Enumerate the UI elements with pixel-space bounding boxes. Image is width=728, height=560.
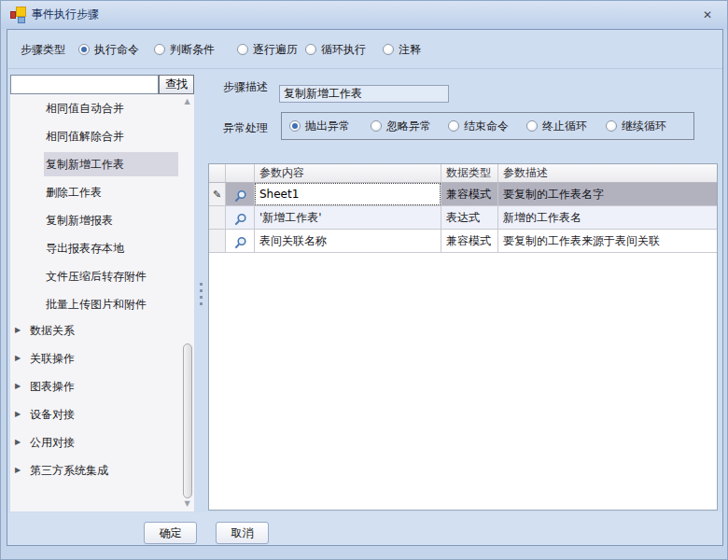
tree-group[interactable]: ▶ 公用对接 [10, 428, 194, 456]
lookup-button[interactable] [226, 183, 255, 206]
param-type-cell[interactable]: 兼容模式 [441, 230, 498, 253]
param-content-cell[interactable]: 表间关联名称 [255, 230, 441, 253]
tree-group[interactable]: ▶ 图表操作 [10, 372, 194, 400]
tree-item[interactable]: 相同值解除合并 [10, 122, 194, 150]
param-content-cell[interactable]: '新增工作表' [255, 206, 441, 230]
radio-judge-condition[interactable]: 判断条件 [154, 30, 215, 69]
grid-row[interactable]: 表间关联名称 兼容模式 要复制的工作表来源于表间关联 [209, 230, 717, 253]
event-step-dialog: 事件执行步骤 ✕ 步骤类型 执行命令 判断条件 逐行遍历 循环执行 注释 查找 [0, 0, 728, 560]
footer-bar: 确定 取消 [7, 512, 722, 545]
step-type-bar: 步骤类型 执行命令 判断条件 逐行遍历 循环执行 注释 [7, 30, 722, 69]
window-title: 事件执行步骤 [32, 1, 99, 28]
chevron-right-icon[interactable]: ▶ [15, 316, 21, 344]
step-desc-field[interactable] [279, 85, 449, 103]
chevron-right-icon[interactable]: ▶ [15, 372, 21, 400]
radio-throw-exception[interactable]: 抛出异常 [289, 113, 350, 139]
search-input[interactable] [10, 75, 159, 94]
radio-icon[interactable] [606, 120, 617, 132]
grid-row[interactable]: '新增工作表' 表达式 新增的工作表名 [209, 206, 717, 230]
tree-group[interactable]: ▶ 第三方系统集成 [10, 456, 194, 484]
magnifier-icon [233, 236, 247, 250]
param-desc-cell[interactable]: 要复制的工作表来源于表间关联 [498, 230, 717, 253]
title-bar: 事件执行步骤 ✕ [1, 1, 727, 29]
ok-button[interactable]: 确定 [144, 522, 197, 544]
radio-icon[interactable] [526, 120, 538, 132]
radio-row-traverse[interactable]: 逐行遍历 [237, 30, 298, 69]
radio-icon[interactable] [383, 44, 394, 55]
radio-end-command[interactable]: 结束命令 [448, 113, 509, 139]
param-desc-cell[interactable]: 新增的工作表名 [498, 206, 717, 230]
param-type-cell[interactable]: 兼容模式 [441, 183, 498, 206]
step-tree: 相同值自动合并 相同值解除合并 复制新增工作表 删除工作表 复制新增报表 导出报… [10, 94, 194, 511]
scroll-up-icon[interactable]: ▲ [181, 97, 193, 105]
tree-item[interactable]: 删除工作表 [10, 178, 194, 206]
param-content-editor[interactable] [255, 183, 441, 205]
tree-item-selected[interactable]: 复制新增工作表 [10, 150, 194, 178]
exception-group: 抛出异常 忽略异常 结束命令 终止循环 继续循环 [281, 112, 694, 140]
edit-pencil-icon: ✎ [213, 189, 221, 201]
col-header-desc[interactable]: 参数描述 [498, 164, 717, 182]
radio-stop-loop[interactable]: 终止循环 [526, 113, 587, 139]
param-type-cell[interactable]: 表达式 [441, 206, 498, 230]
radio-ignore-exception[interactable]: 忽略异常 [371, 113, 431, 139]
close-icon[interactable]: ✕ [699, 7, 716, 22]
tree-item[interactable]: 复制新增报表 [10, 206, 194, 234]
radio-loop-execute[interactable]: 循环执行 [305, 30, 366, 69]
radio-icon[interactable] [154, 44, 165, 55]
cancel-button[interactable]: 取消 [216, 522, 269, 544]
radio-icon[interactable] [289, 120, 301, 132]
tree-item[interactable]: 相同值自动合并 [10, 94, 194, 122]
tree-group[interactable]: ▶ 数据关系 [10, 316, 194, 344]
chevron-right-icon[interactable]: ▶ [15, 344, 21, 372]
tree-group[interactable]: ▶ 设备对接 [10, 400, 194, 428]
radio-continue-loop[interactable]: 继续循环 [606, 113, 666, 139]
chevron-right-icon[interactable]: ▶ [15, 428, 21, 456]
step-desc-label: 步骤描述 [223, 79, 268, 95]
tree-group[interactable]: ▶ 关联操作 [10, 344, 194, 372]
scrollbar-thumb[interactable] [183, 343, 192, 498]
tree-item[interactable]: 文件压缩后转存附件 [10, 262, 194, 290]
splitter-grip[interactable] [197, 283, 204, 311]
radio-icon[interactable] [78, 44, 90, 55]
lookup-button[interactable] [226, 230, 255, 253]
exception-label: 异常处理 [223, 120, 268, 136]
chevron-right-icon[interactable]: ▶ [15, 456, 21, 484]
col-header-content[interactable]: 参数内容 [255, 164, 441, 182]
lookup-button[interactable] [226, 206, 255, 230]
radio-comment[interactable]: 注释 [383, 30, 421, 69]
tree-item[interactable]: 导出报表存本地 [10, 234, 194, 262]
radio-execute-command[interactable]: 执行命令 [78, 30, 139, 69]
radio-icon[interactable] [305, 44, 316, 55]
radio-icon[interactable] [371, 120, 382, 132]
magnifier-icon [233, 213, 247, 227]
radio-icon[interactable] [448, 120, 459, 132]
col-header-type[interactable]: 数据类型 [441, 164, 498, 182]
radio-icon[interactable] [237, 44, 248, 55]
magnifier-icon [233, 189, 247, 203]
grid-header: 参数内容 数据类型 参数描述 [209, 164, 717, 183]
step-type-label: 步骤类型 [21, 30, 65, 69]
param-desc-cell[interactable]: 要复制的工作表名字 [498, 183, 717, 206]
find-button[interactable]: 查找 [159, 75, 194, 94]
grid-row[interactable]: ✎ 兼容模式 要复制的工作表名字 [209, 183, 717, 206]
parameter-grid: 参数内容 数据类型 参数描述 ✎ 兼容模式 要复制的工作表名字 [208, 163, 718, 511]
chevron-right-icon[interactable]: ▶ [15, 400, 21, 428]
tree-item[interactable]: 批量上传图片和附件 [10, 290, 194, 318]
app-icon [10, 7, 27, 23]
scroll-down-icon[interactable]: ▼ [181, 499, 193, 508]
